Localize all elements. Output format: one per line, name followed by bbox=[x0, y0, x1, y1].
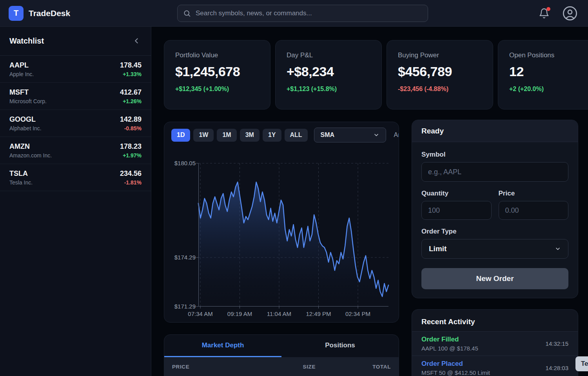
watchlist-item-left: TSLA Tesla Inc. bbox=[9, 170, 33, 186]
price-chart-plot[interactable] bbox=[198, 163, 388, 307]
account-button[interactable] bbox=[562, 5, 578, 21]
indicator-value: SMA bbox=[321, 131, 335, 139]
header-actions bbox=[539, 0, 578, 27]
symbol-input[interactable] bbox=[421, 162, 568, 182]
watchlist-sidebar: Watchlist AAPL Apple Inc. 178.45 +1.33% … bbox=[0, 27, 151, 376]
brand: T TradeDesk bbox=[0, 6, 70, 21]
activity-event: Order Filled bbox=[421, 336, 478, 343]
watchlist-item[interactable]: MSFT Microsoft Corp. 412.67 +1.26% bbox=[0, 83, 151, 110]
order-panel-status: Ready bbox=[412, 120, 578, 142]
watchlist-item[interactable]: AAPL Apple Inc. 178.45 +1.33% bbox=[0, 56, 151, 83]
watchlist-item[interactable]: TSLA Tesla Inc. 234.56 -1.81% bbox=[0, 164, 151, 191]
user-circle-icon bbox=[562, 5, 578, 21]
watchlist-item-left: AAPL Apple Inc. bbox=[9, 61, 34, 77]
sidebar-collapse-button[interactable] bbox=[132, 37, 142, 46]
price-field-group: Price bbox=[499, 190, 569, 220]
order-type-select[interactable]: Limit bbox=[421, 239, 568, 259]
price-input[interactable] bbox=[499, 201, 569, 220]
stat-value: +$8,234 bbox=[287, 64, 370, 79]
watchlist-change: +1.97% bbox=[120, 152, 142, 159]
stat-card: Open Positions 12 +2 (+20.0%) bbox=[498, 40, 588, 110]
recent-activity-title: Recent Activity bbox=[412, 310, 578, 331]
watchlist-item-left: AMZN Amazon.com Inc. bbox=[9, 142, 52, 159]
timeframe-button[interactable]: 3M bbox=[240, 129, 260, 142]
watchlist-price: 412.67 bbox=[120, 88, 142, 97]
watchlist-company: Alphabet Inc. bbox=[9, 125, 42, 131]
watchlist-header: Watchlist bbox=[0, 27, 151, 56]
stat-label: Day P&L bbox=[287, 51, 370, 59]
app-title: TradeDesk bbox=[29, 9, 70, 18]
quantity-field-group: Quantity bbox=[421, 190, 492, 220]
chart-body: $180.05$174.29$171.2907:34 AM09:19 AM11:… bbox=[164, 148, 399, 323]
watchlist-item-right: 178.45 +1.33% bbox=[120, 61, 142, 77]
y-axis-tick: $180.05 bbox=[164, 160, 196, 166]
x-axis-tick: 12:49 PM bbox=[306, 310, 331, 317]
annotations-control[interactable]: Anno bbox=[394, 131, 399, 139]
activity-row-left: Order Placed MSFT 50 @ $412.50 Limit bbox=[421, 360, 490, 376]
global-search[interactable] bbox=[177, 5, 428, 22]
watchlist-item-right: 142.89 -0.85% bbox=[120, 115, 142, 131]
symbol-label: Symbol bbox=[421, 151, 568, 159]
depth-table-header: PRICESIZETOTAL bbox=[164, 357, 399, 376]
timeframe-button[interactable]: 1M bbox=[217, 129, 236, 142]
stat-change: +$1,123 (+15.8%) bbox=[287, 86, 370, 93]
activity-list: Order Filled AAPL 100 @ $178.45 14:32:15… bbox=[412, 331, 578, 376]
indicator-select[interactable]: SMA bbox=[314, 128, 386, 142]
watchlist-symbol: AAPL bbox=[9, 61, 34, 69]
price-label: Price bbox=[499, 190, 569, 197]
toast-notification[interactable]: Te bbox=[575, 356, 588, 371]
timeframe-button[interactable]: 1D bbox=[171, 129, 190, 142]
watchlist-item-left: MSFT Microsoft Corp. bbox=[9, 88, 47, 104]
activity-row-left: Order Filled AAPL 100 @ $178.45 bbox=[421, 336, 478, 352]
stat-change: +2 (+20.0%) bbox=[509, 86, 588, 93]
watchlist-symbol: GOOGL bbox=[9, 115, 42, 124]
search-icon bbox=[183, 9, 191, 17]
timeframe-buttons: 1D1W1M3M1YALL bbox=[171, 129, 308, 142]
timeframe-button[interactable]: 1Y bbox=[263, 129, 281, 142]
new-order-button[interactable]: New Order bbox=[421, 268, 568, 289]
watchlist-symbol: MSFT bbox=[9, 88, 47, 97]
chevron-down-icon bbox=[555, 246, 561, 252]
stat-value: 12 bbox=[509, 64, 588, 79]
watchlist-item-right: 178.23 +1.97% bbox=[120, 142, 142, 159]
chevron-down-icon bbox=[373, 132, 379, 138]
watchlist-item[interactable]: GOOGL Alphabet Inc. 142.89 -0.85% bbox=[0, 110, 151, 137]
quantity-input[interactable] bbox=[421, 201, 492, 220]
watchlist-title: Watchlist bbox=[9, 37, 44, 46]
depth-tab[interactable]: Market Depth bbox=[164, 335, 281, 357]
depth-column-header: TOTAL bbox=[318, 364, 391, 370]
order-type-label: Order Type bbox=[421, 228, 568, 235]
market-depth-card: Market DepthPositions PRICESIZETOTAL bbox=[164, 334, 399, 376]
quantity-label: Quantity bbox=[421, 190, 492, 197]
stat-change: -$23,456 (-4.88%) bbox=[398, 86, 482, 93]
depth-column-header: SIZE bbox=[245, 364, 318, 370]
order-type-value: Limit bbox=[429, 245, 446, 253]
watchlist-items: AAPL Apple Inc. 178.45 +1.33% MSFT Micro… bbox=[0, 56, 151, 191]
activity-event: Order Placed bbox=[421, 360, 490, 368]
order-entry-panel: Ready Symbol Quantity Price Order Type L… bbox=[412, 120, 578, 298]
activity-detail: AAPL 100 @ $178.45 bbox=[421, 345, 478, 352]
timeframe-button[interactable]: ALL bbox=[285, 129, 308, 142]
watchlist-price: 234.56 bbox=[120, 170, 142, 178]
depth-tabs: Market DepthPositions bbox=[164, 335, 399, 357]
watchlist-price: 142.89 bbox=[120, 115, 142, 124]
notifications-button[interactable] bbox=[539, 8, 550, 19]
stat-card: Portfolio Value $1,245,678 +$12,345 (+1.… bbox=[164, 40, 270, 110]
price-chart-card: 1D1W1M3M1YALL SMA Anno $180.05$174.29$17… bbox=[164, 122, 399, 323]
x-axis-tick: 09:19 AM bbox=[227, 310, 252, 317]
app-screen: T TradeDesk Watchlist AAPL Ap bbox=[0, 0, 588, 376]
y-axis-tick: $171.29 bbox=[164, 303, 196, 310]
timeframe-button[interactable]: 1W bbox=[193, 129, 214, 142]
depth-tab[interactable]: Positions bbox=[281, 335, 399, 357]
search-input[interactable] bbox=[195, 9, 422, 18]
app-logo: T bbox=[9, 6, 24, 21]
watchlist-symbol: AMZN bbox=[9, 142, 52, 151]
watchlist-change: +1.33% bbox=[120, 71, 142, 77]
watchlist-item[interactable]: AMZN Amazon.com Inc. 178.23 +1.97% bbox=[0, 137, 151, 164]
order-form: Symbol Quantity Price Order Type Limit bbox=[412, 142, 578, 298]
watchlist-company: Amazon.com Inc. bbox=[9, 152, 52, 159]
notification-dot bbox=[546, 7, 550, 11]
stat-label: Buying Power bbox=[398, 51, 482, 59]
stat-label: Portfolio Value bbox=[175, 51, 259, 59]
activity-time: 14:32:15 bbox=[546, 340, 568, 347]
